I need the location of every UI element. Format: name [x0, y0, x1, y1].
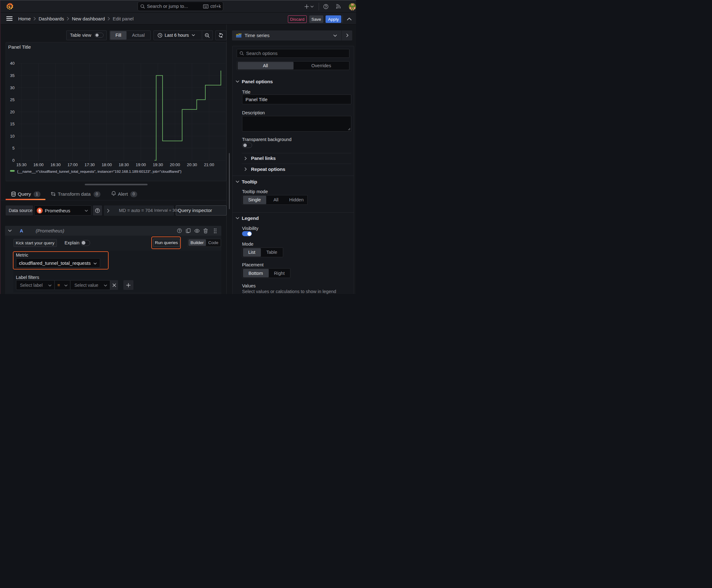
svg-text:30: 30 — [10, 85, 15, 90]
svg-text:20:00: 20:00 — [170, 162, 180, 167]
svg-text:17:30: 17:30 — [84, 162, 95, 167]
svg-text:15:30: 15:30 — [16, 162, 27, 167]
svg-text:15: 15 — [10, 122, 15, 126]
svg-text:10: 10 — [10, 134, 15, 139]
svg-text:19:30: 19:30 — [153, 162, 163, 167]
svg-text:17:00: 17:00 — [67, 162, 78, 167]
svg-text:0: 0 — [12, 158, 15, 163]
svg-text:16:30: 16:30 — [50, 162, 61, 167]
svg-text:16:00: 16:00 — [33, 162, 44, 167]
svg-text:20: 20 — [10, 110, 15, 114]
svg-text:25: 25 — [10, 97, 15, 102]
svg-text:40: 40 — [10, 61, 15, 66]
svg-text:18:30: 18:30 — [118, 162, 129, 167]
svg-text:35: 35 — [10, 73, 15, 78]
svg-text:{__name__="cloudflared_tunnel_: {__name__="cloudflared_tunnel_total_requ… — [17, 169, 181, 173]
svg-text:19:00: 19:00 — [136, 162, 146, 167]
svg-text:21:00: 21:00 — [204, 162, 214, 167]
svg-text:18:00: 18:00 — [102, 162, 112, 167]
svg-text:5: 5 — [12, 146, 15, 150]
svg-text:20:30: 20:30 — [187, 162, 197, 167]
